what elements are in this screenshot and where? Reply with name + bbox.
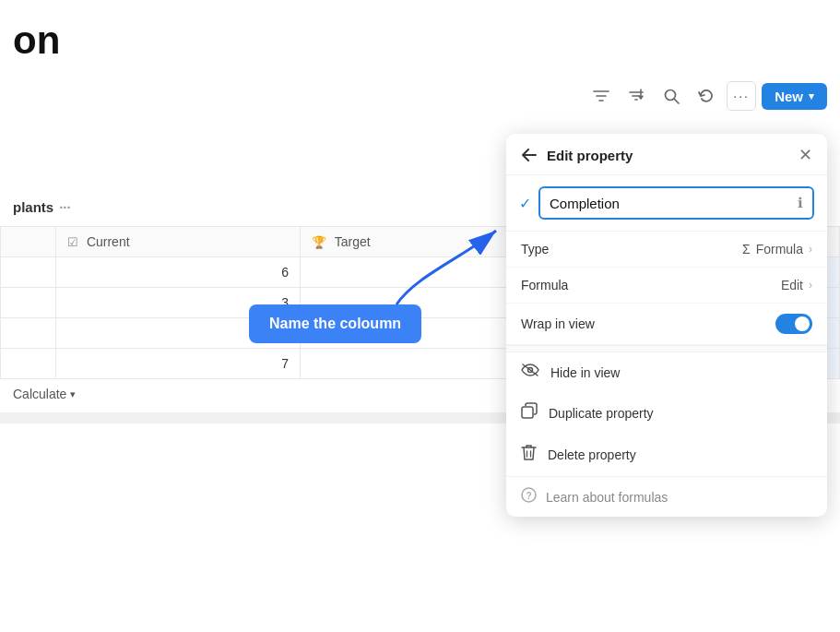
row2-index bbox=[1, 288, 56, 318]
type-value-text: Formula bbox=[756, 242, 803, 256]
wrap-label: Wrap in view bbox=[521, 316, 595, 331]
annotation-arrow bbox=[360, 221, 507, 314]
row4-current: 7 bbox=[56, 349, 301, 379]
new-button[interactable]: New ▾ bbox=[762, 83, 827, 110]
row1-current: 6 bbox=[56, 257, 301, 288]
delete-icon bbox=[521, 444, 537, 466]
delete-label: Delete property bbox=[548, 447, 636, 462]
formula-row[interactable]: Formula Edit › bbox=[506, 268, 827, 304]
group-options-icon[interactable]: ··· bbox=[59, 199, 71, 215]
undo-icon[interactable] bbox=[692, 81, 721, 111]
learn-icon: ? bbox=[521, 487, 537, 507]
search-icon[interactable] bbox=[657, 81, 686, 111]
duplicate-property-row[interactable]: Duplicate property bbox=[506, 392, 827, 434]
name-input-field[interactable]: Completion ℹ bbox=[538, 186, 814, 220]
name-check-icon: ✓ bbox=[519, 195, 531, 212]
row1-index bbox=[1, 257, 56, 288]
annotation: Name the coloumn bbox=[249, 304, 421, 343]
name-input-value: Completion bbox=[550, 196, 620, 211]
section-divider bbox=[506, 345, 827, 352]
formula-value: Edit › bbox=[781, 278, 812, 292]
sigma-icon: Σ bbox=[742, 242, 751, 256]
name-info-icon[interactable]: ℹ bbox=[798, 195, 803, 211]
panel-close-button[interactable]: ✕ bbox=[799, 145, 812, 165]
svg-line-4 bbox=[674, 99, 679, 103]
panel-header: Edit property ✕ bbox=[506, 134, 827, 175]
learn-label: Learn about formulas bbox=[546, 490, 668, 505]
formula-chevron-icon: › bbox=[809, 279, 812, 292]
formula-label: Formula bbox=[521, 278, 568, 292]
more-options-button[interactable]: ··· bbox=[727, 81, 756, 111]
panel-back-button[interactable] bbox=[521, 149, 538, 161]
formula-action-text: Edit bbox=[781, 278, 803, 292]
calculate-label: Calculate bbox=[13, 387, 66, 401]
th-current[interactable]: ☑ Current bbox=[56, 227, 301, 257]
wrap-toggle[interactable] bbox=[775, 314, 812, 334]
new-button-label: New bbox=[775, 89, 803, 104]
hide-icon bbox=[521, 363, 539, 382]
delete-property-row[interactable]: Delete property bbox=[506, 434, 827, 476]
current-col-icon: ☑ bbox=[67, 235, 78, 249]
edit-property-panel: Edit property ✕ ✓ Completion ℹ Type Σ Fo… bbox=[506, 134, 827, 517]
type-row[interactable]: Type Σ Formula › bbox=[506, 232, 827, 268]
group-label: plants bbox=[13, 199, 53, 215]
filter-icon[interactable] bbox=[586, 81, 616, 111]
name-input-row: ✓ Completion ℹ bbox=[506, 175, 827, 232]
calculate-chevron: ▾ bbox=[70, 388, 76, 400]
panel-header-left: Edit property bbox=[521, 148, 633, 163]
svg-text:?: ? bbox=[526, 491, 531, 501]
svg-rect-8 bbox=[522, 407, 533, 418]
th-current-label: Current bbox=[87, 234, 130, 249]
th-empty bbox=[1, 227, 56, 257]
toolbar: ··· New ▾ bbox=[586, 81, 827, 111]
type-label: Type bbox=[521, 242, 549, 256]
hide-label: Hide in view bbox=[550, 365, 620, 380]
type-chevron-icon: › bbox=[809, 243, 812, 256]
learn-formulas-row[interactable]: ? Learn about formulas bbox=[506, 476, 827, 517]
row4-target: 14 bbox=[301, 349, 535, 379]
toggle-thumb bbox=[795, 316, 810, 331]
page-title: on bbox=[0, 0, 840, 63]
sort-icon[interactable] bbox=[621, 81, 651, 111]
row4-index bbox=[1, 349, 56, 379]
duplicate-label: Duplicate property bbox=[549, 406, 654, 421]
target-col-icon: 🏆 bbox=[312, 235, 326, 249]
wrap-in-view-row[interactable]: Wrap in view bbox=[506, 304, 827, 345]
row3-index bbox=[1, 318, 56, 349]
hide-in-view-row[interactable]: Hide in view bbox=[506, 352, 827, 392]
type-value: Σ Formula › bbox=[742, 242, 812, 256]
duplicate-icon bbox=[521, 402, 538, 423]
new-button-chevron: ▾ bbox=[809, 90, 814, 102]
panel-title: Edit property bbox=[547, 148, 633, 163]
